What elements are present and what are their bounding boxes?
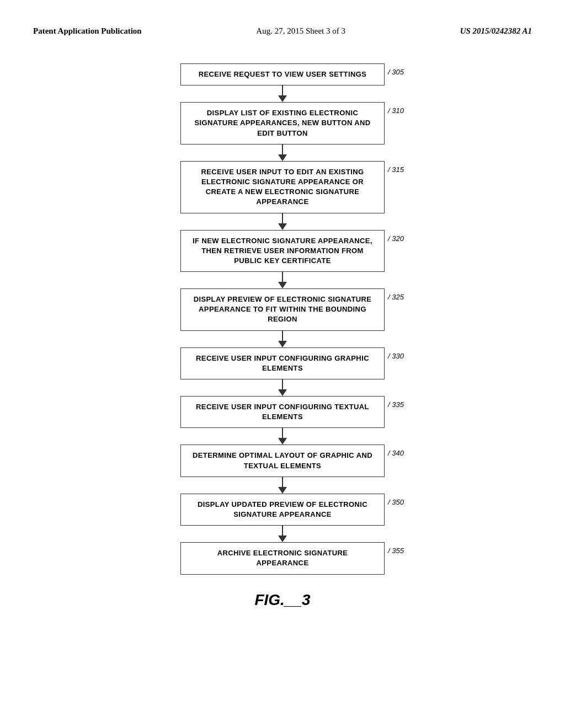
arrow-line [282, 428, 283, 438]
flow-label-355: / 355 [388, 547, 404, 555]
header-left: Patent Application Publication [33, 26, 142, 36]
fig-label: FIG.__3 [254, 591, 310, 609]
arrow-310 [278, 144, 287, 161]
flow-label-335: / 335 [388, 400, 404, 409]
arrow-330 [278, 379, 287, 396]
arrow-head [278, 223, 287, 230]
arrow-305 [278, 85, 287, 102]
flow-box-wrapper-340: DETERMINE OPTIMAL LAYOUT OF GRAPHIC AND … [145, 445, 420, 477]
arrow-line [282, 379, 283, 389]
flow-box-wrapper-350: DISPLAY UPDATED PREVIEW OF ELECTRONIC SI… [145, 494, 420, 526]
flow-label-330: / 330 [388, 352, 404, 360]
arrow-335 [278, 428, 287, 445]
flow-box-310: DISPLAY LIST OF EXISTING ELECTRONIC SIGN… [180, 102, 385, 144]
flow-label-325: / 325 [388, 293, 404, 301]
flow-container: RECEIVE REQUEST TO VIEW USER SETTINGS/ 3… [145, 63, 420, 575]
arrow-head [278, 438, 287, 445]
arrow-line [282, 272, 283, 282]
flow-box-wrapper-320: IF NEW ELECTRONIC SIGNATURE APPEARANCE, … [145, 230, 420, 272]
flow-box-315: RECEIVE USER INPUT TO EDIT AN EXISTING E… [180, 161, 385, 213]
flow-box-335: RECEIVE USER INPUT CONFIGURING TEXTUAL E… [180, 396, 385, 428]
arrow-head [278, 536, 287, 542]
arrow-315 [278, 213, 287, 230]
flow-label-320: / 320 [388, 234, 404, 243]
flow-box-325: DISPLAY PREVIEW OF ELECTRONIC SIGNATURE … [180, 288, 385, 331]
flow-box-320: IF NEW ELECTRONIC SIGNATURE APPEARANCE, … [180, 230, 385, 272]
arrow-head [278, 154, 287, 161]
arrow-head [278, 389, 287, 396]
arrow-line [282, 331, 283, 341]
arrow-320 [278, 272, 287, 288]
flow-label-315: / 315 [388, 165, 404, 174]
arrow-line [282, 477, 283, 487]
arrow-line [282, 144, 283, 154]
arrow-head [278, 95, 287, 102]
flow-box-wrapper-325: DISPLAY PREVIEW OF ELECTRONIC SIGNATURE … [145, 288, 420, 331]
arrow-340 [278, 477, 287, 494]
flow-box-305: RECEIVE REQUEST TO VIEW USER SETTINGS [180, 63, 385, 85]
arrow-head [278, 282, 287, 288]
header-center: Aug. 27, 2015 Sheet 3 of 3 [256, 26, 345, 36]
arrow-line [282, 213, 283, 223]
flow-box-wrapper-335: RECEIVE USER INPUT CONFIGURING TEXTUAL E… [145, 396, 420, 428]
flow-box-330: RECEIVE USER INPUT CONFIGURING GRAPHIC E… [180, 347, 385, 379]
flow-label-350: / 350 [388, 498, 404, 506]
arrow-325 [278, 331, 287, 347]
page-header: Patent Application Publication Aug. 27, … [0, 0, 565, 47]
arrow-head [278, 487, 287, 494]
flow-box-wrapper-310: DISPLAY LIST OF EXISTING ELECTRONIC SIGN… [145, 102, 420, 144]
flow-label-310: / 310 [388, 106, 404, 115]
flow-box-wrapper-330: RECEIVE USER INPUT CONFIGURING GRAPHIC E… [145, 347, 420, 379]
flow-box-350: DISPLAY UPDATED PREVIEW OF ELECTRONIC SI… [180, 494, 385, 526]
header-right: US 2015/0242382 A1 [460, 26, 532, 36]
flow-label-305: / 305 [388, 68, 404, 76]
arrow-350 [278, 526, 287, 542]
flow-label-340: / 340 [388, 449, 404, 457]
flow-box-wrapper-355: ARCHIVE ELECTRONIC SIGNATURE APPEARANCE/… [145, 542, 420, 574]
arrow-head [278, 341, 287, 347]
diagram-area: RECEIVE REQUEST TO VIEW USER SETTINGS/ 3… [0, 47, 565, 620]
flow-box-340: DETERMINE OPTIMAL LAYOUT OF GRAPHIC AND … [180, 445, 385, 477]
flow-box-wrapper-315: RECEIVE USER INPUT TO EDIT AN EXISTING E… [145, 161, 420, 213]
arrow-line [282, 526, 283, 536]
flow-box-wrapper-305: RECEIVE REQUEST TO VIEW USER SETTINGS/ 3… [145, 63, 420, 85]
flow-box-355: ARCHIVE ELECTRONIC SIGNATURE APPEARANCE [180, 542, 385, 574]
arrow-line [282, 85, 283, 95]
